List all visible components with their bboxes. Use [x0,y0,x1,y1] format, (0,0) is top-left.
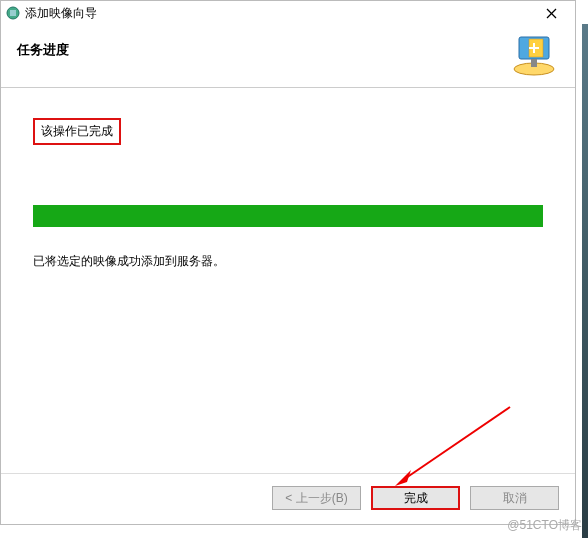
svg-rect-1 [10,10,16,16]
page-heading: 任务进度 [17,35,69,59]
titlebar: 添加映像向导 [1,1,575,25]
image-server-icon [509,35,559,79]
svg-rect-9 [531,59,537,67]
finish-button[interactable]: 完成 [371,486,460,510]
app-icon [5,5,21,21]
svg-rect-7 [529,47,539,49]
window-title: 添加映像向导 [25,5,531,22]
background-edge [582,24,588,538]
watermark: @51CTO博客 [507,517,582,534]
wizard-content: 该操作已完成 已将选定的映像成功添加到服务器。 [1,88,575,473]
cancel-button: 取消 [470,486,559,510]
status-text: 该操作已完成 [33,118,121,145]
back-button: < 上一步(B) [272,486,361,510]
wizard-window: 添加映像向导 任务进度 该操作已完成 已将选定的映像成功添加到服务器。 < [0,0,576,525]
close-button[interactable] [531,3,571,23]
progress-bar [33,205,543,227]
completion-message: 已将选定的映像成功添加到服务器。 [33,253,543,270]
button-row: < 上一步(B) 完成 取消 [1,473,575,524]
wizard-header: 任务进度 [1,25,575,88]
